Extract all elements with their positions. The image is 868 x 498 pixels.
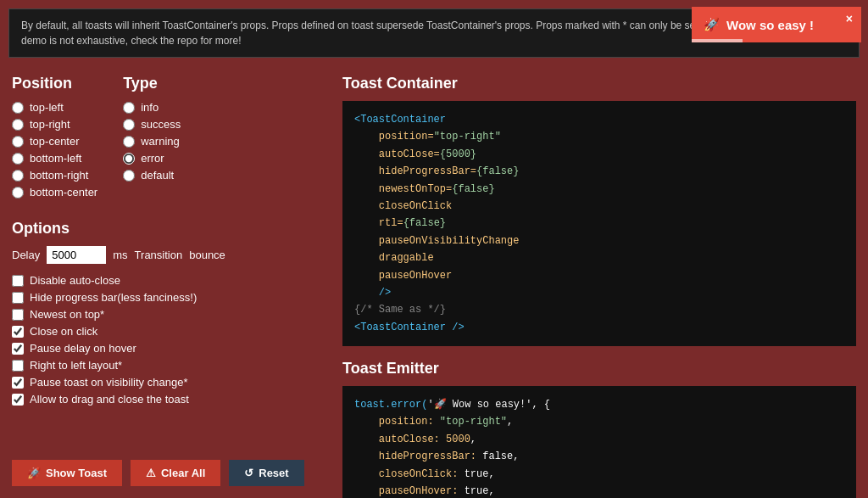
position-radio-top-center[interactable] <box>12 136 24 148</box>
position-option-top-left[interactable]: top-left <box>12 101 97 114</box>
transition-label: Transition <box>135 249 183 261</box>
toast-progress-bar <box>692 39 743 42</box>
checkbox-rtl-input[interactable] <box>12 360 24 372</box>
delay-row: Delay ms Transition bounce <box>12 246 326 264</box>
close-icon[interactable]: × <box>846 12 853 25</box>
delay-label: Delay <box>12 249 40 261</box>
left-panel: Position top-left top-right top-center b… <box>12 75 326 498</box>
show-toast-icon: 🚀 <box>27 467 41 479</box>
toast-message: Wow so easy ! <box>726 18 814 32</box>
checkbox-pause-delay-input[interactable] <box>12 343 24 355</box>
options-title: Options <box>12 220 326 238</box>
position-radio-bottom-left[interactable] <box>12 153 24 165</box>
button-row: 🚀 Show Toast ⚠ Clear All ↺ Reset <box>12 460 304 486</box>
checkbox-allow-drag-input[interactable] <box>12 394 24 406</box>
clear-all-label: Clear All <box>161 467 205 479</box>
right-panel: Toast Container <ToastContainer position… <box>342 75 856 498</box>
position-option-top-center[interactable]: top-center <box>12 135 97 148</box>
toast-emitter-code: toast.error('🚀 Wow so easy!', { position… <box>342 386 856 498</box>
checkbox-pause-visibility-input[interactable] <box>12 377 24 389</box>
type-radio-default[interactable] <box>123 170 135 182</box>
checkbox-disable-auto-close-input[interactable] <box>12 275 24 287</box>
checkbox-disable-auto-close[interactable]: Disable auto-close <box>12 274 326 287</box>
toast-container-code: <ToastContainer position="top-right" aut… <box>342 101 856 346</box>
reset-label: Reset <box>259 467 288 479</box>
reset-button[interactable]: ↺ Reset <box>229 460 303 486</box>
type-radio-warning[interactable] <box>123 136 135 148</box>
position-radio-group: top-left top-right top-center bottom-lef… <box>12 101 97 199</box>
position-radio-top-left[interactable] <box>12 102 24 114</box>
type-option-success[interactable]: success <box>123 118 181 131</box>
show-toast-button[interactable]: 🚀 Show Toast <box>12 460 122 486</box>
position-radio-bottom-center[interactable] <box>12 187 24 199</box>
checkbox-rtl[interactable]: Right to left layout* <box>12 359 326 372</box>
options-section: Options Delay ms Transition bounce Disab… <box>12 220 326 406</box>
transition-value: bounce <box>189 249 225 261</box>
show-toast-label: Show Toast <box>46 467 107 479</box>
ms-label: ms <box>113 249 127 261</box>
type-radio-info[interactable] <box>123 102 135 114</box>
type-radio-group: info success warning error default <box>123 101 181 182</box>
position-option-top-right[interactable]: top-right <box>12 118 97 131</box>
toast-icon: 🚀 <box>704 17 720 32</box>
position-radio-bottom-right[interactable] <box>12 170 24 182</box>
checkbox-newest-on-top[interactable]: Newest on top* <box>12 308 326 321</box>
position-section: Position top-left top-right top-center b… <box>12 75 97 203</box>
type-option-warning[interactable]: warning <box>123 135 181 148</box>
type-title: Type <box>123 75 181 92</box>
checkbox-close-on-click[interactable]: Close on click <box>12 325 326 338</box>
type-option-default[interactable]: default <box>123 169 181 182</box>
toast-notification[interactable]: 🚀 Wow so easy ! × <box>692 7 861 42</box>
type-radio-success[interactable] <box>123 119 135 131</box>
type-option-error[interactable]: error <box>123 152 181 165</box>
position-option-bottom-right[interactable]: bottom-right <box>12 169 97 182</box>
type-section: Type info success warning error <box>123 75 181 203</box>
checkbox-pause-visibility[interactable]: Pause toast on visibility change* <box>12 376 326 389</box>
toast-emitter-section: Toast Emitter toast.error('🚀 Wow so easy… <box>342 360 856 498</box>
pos-type-row: Position top-left top-right top-center b… <box>12 75 326 203</box>
checkbox-hide-progress-bar-input[interactable] <box>12 292 24 304</box>
reset-icon: ↺ <box>244 467 253 479</box>
checkbox-close-on-click-input[interactable] <box>12 326 24 338</box>
checkbox-allow-drag[interactable]: Allow to drag and close the toast <box>12 393 326 406</box>
type-radio-error[interactable] <box>123 153 135 165</box>
checkbox-group: Disable auto-close Hide progress bar(les… <box>12 274 326 406</box>
delay-input[interactable] <box>47 246 106 264</box>
clear-all-icon: ⚠ <box>146 467 156 479</box>
clear-all-button[interactable]: ⚠ Clear All <box>131 460 220 486</box>
toast-container-section: Toast Container <ToastContainer position… <box>342 75 856 346</box>
checkbox-hide-progress-bar[interactable]: Hide progress bar(less fanciness!) <box>12 291 326 304</box>
position-option-bottom-left[interactable]: bottom-left <box>12 152 97 165</box>
position-option-bottom-center[interactable]: bottom-center <box>12 186 97 199</box>
main-content: Position top-left top-right top-center b… <box>0 66 868 498</box>
toast-emitter-title: Toast Emitter <box>342 360 856 378</box>
position-radio-top-right[interactable] <box>12 119 24 131</box>
position-title: Position <box>12 75 97 92</box>
checkbox-newest-on-top-input[interactable] <box>12 309 24 321</box>
toast-container-title: Toast Container <box>342 75 856 92</box>
type-option-info[interactable]: info <box>123 101 181 114</box>
checkbox-pause-delay[interactable]: Pause delay on hover <box>12 342 326 355</box>
